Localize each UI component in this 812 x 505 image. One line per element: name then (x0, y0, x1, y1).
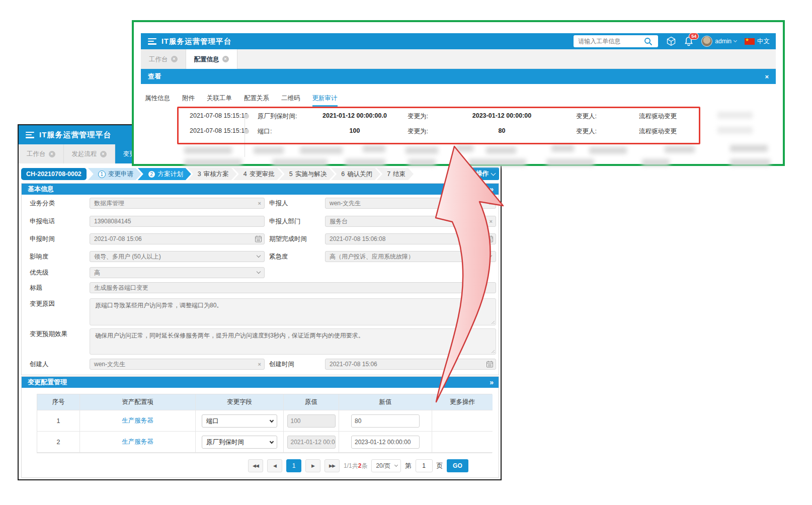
tab-start-process[interactable]: 发起流程 × (64, 144, 115, 163)
title-field[interactable]: 生成服务器端口变更 (90, 282, 496, 293)
field-label: 申报人 (269, 198, 288, 209)
clear-icon[interactable]: × (258, 359, 261, 369)
step-plan[interactable]: 2 方案计划 (138, 168, 191, 180)
search-input[interactable] (574, 36, 643, 47)
process-actions-button[interactable]: 流程操作 (458, 167, 499, 180)
report-phone-field[interactable]: 13908084145 (90, 216, 265, 227)
col-header: 序号 (37, 394, 80, 410)
field-label: 变更预期效果 (30, 328, 67, 340)
collapse-icon[interactable]: » (490, 184, 494, 195)
tab-attachments[interactable]: 附件 (182, 92, 195, 107)
field-value: wen-文先生 (94, 361, 125, 368)
redacted-text (730, 145, 768, 152)
work-order-search[interactable] (574, 35, 658, 47)
field-value: 13908084145 (94, 218, 131, 225)
audit-new-value: 2023-01-12 00:00:00 (448, 112, 556, 119)
tab-close-icon[interactable]: × (222, 56, 229, 62)
change-field-select[interactable]: 原厂到保时间 (202, 436, 277, 449)
search-icon[interactable] (644, 37, 653, 46)
impact-dropdown[interactable]: 领导、多用户 (50人以上) (90, 251, 265, 262)
page-size-select[interactable]: 20/页 (371, 459, 401, 472)
basic-info-section: 基本信息 » 业务分类 数据库管理 × 申报人 wen-文先生 × 申报电话 1… (21, 183, 499, 375)
change-config-header: 变更配置管理 » (22, 377, 499, 388)
creator-field[interactable]: wen-文先生 × (90, 359, 265, 370)
expected-effect-textarea[interactable]: 确保用户访问正常，同时延长保修服务两年，提升用户访问速度到3秒内，保证近两年内的… (90, 328, 496, 355)
tab-update-audit[interactable]: 更新审计 (312, 92, 338, 107)
screenshot-root: IT服务运营管理平台 工作台 × 发起流程 × 变更管理 CH-20210708… (0, 0, 812, 505)
first-page-button[interactable]: ◀◀ (248, 459, 263, 472)
business-category-field[interactable]: 数据库管理 × (90, 198, 265, 209)
step-review-plan[interactable]: 3 审核方案 (188, 168, 237, 180)
prev-page-button[interactable]: ◀ (267, 459, 282, 472)
current-page-button[interactable]: 1 (286, 459, 301, 472)
cube-icon[interactable] (666, 36, 676, 46)
priority-dropdown[interactable]: 高 (90, 267, 265, 278)
calendar-icon[interactable] (486, 361, 493, 370)
reporter-dept-field[interactable]: 服务台 × (325, 216, 496, 227)
calendar-icon[interactable] (255, 235, 262, 244)
notification-bell[interactable]: 54 (684, 36, 693, 46)
tab-workbench[interactable]: 工作台 × (141, 49, 186, 69)
user-menu[interactable]: admin (701, 36, 737, 47)
audit-field-label: 原厂到保时间: (258, 112, 297, 121)
asset-link[interactable]: 生产服务器 (122, 438, 153, 446)
close-icon[interactable]: × (765, 73, 769, 80)
change-reason-textarea[interactable]: 原端口导致某些用户访问异常，调整端口为80。 (90, 298, 496, 325)
create-time-field[interactable]: 2021-07-08 15:06 (325, 359, 496, 370)
urgency-dropdown[interactable]: 高（用户投诉、应用系统故障） (325, 251, 496, 262)
tab-label: 发起流程 (72, 144, 97, 163)
field-label: 优先级 (30, 267, 49, 278)
asset-link[interactable]: 生产服务器 (122, 416, 153, 425)
reporter-field[interactable]: wen-文先生 × (325, 198, 496, 209)
new-value-input[interactable]: 2023-01-12 00:00:00 (351, 436, 420, 449)
field-label: 创建时间 (269, 359, 294, 370)
language-switcher[interactable]: ★ 中文 (745, 37, 770, 46)
workflow-bar: CH-20210708-0002 1 变更申请 2 方案计划 3 审核方案 4 … (19, 167, 501, 181)
tab-qrcode[interactable]: 二维码 (281, 92, 300, 107)
tab-workbench[interactable]: 工作台 × (19, 144, 64, 163)
step-change-approval[interactable]: 4 变更审批 (233, 168, 283, 180)
notification-badge: 54 (689, 33, 699, 40)
tab-related-orders[interactable]: 关联工单 (207, 92, 232, 107)
audit-change-label: 变更为: (408, 127, 428, 136)
go-button[interactable]: GO (447, 459, 468, 472)
field-value: 2021-07-08 15:06:08 (330, 235, 385, 242)
menu-hamburger-icon[interactable] (26, 132, 34, 138)
step-change-request[interactable]: 1 变更申请 (88, 168, 141, 180)
tab-config-info[interactable]: 配置信息 × (186, 49, 237, 69)
tab-config-relations[interactable]: 配置关系 (244, 92, 269, 107)
new-value-input[interactable]: 80 (351, 414, 420, 428)
step-number: 6 (341, 168, 345, 180)
redacted-text (717, 127, 753, 134)
clear-icon[interactable]: × (490, 216, 493, 226)
step-confirm-close[interactable]: 6 确认关闭 (331, 168, 380, 180)
tab-close-icon[interactable]: × (100, 151, 107, 157)
last-page-button[interactable]: ▶▶ (324, 459, 340, 472)
tab-close-icon[interactable]: × (49, 151, 55, 157)
redacted-text (665, 146, 695, 153)
clear-icon[interactable]: × (258, 198, 261, 208)
field-value: 生成服务器端口变更 (94, 284, 148, 291)
tab-attribute-info[interactable]: 属性信息 (145, 92, 170, 107)
report-time-field[interactable]: 2021-07-08 15:06 (90, 233, 265, 244)
col-header: 资产配置项 (80, 394, 196, 410)
menu-hamburger-icon[interactable] (148, 38, 156, 45)
step-label: 结束 (393, 168, 405, 180)
redacted-text (300, 147, 343, 154)
collapse-icon[interactable]: » (490, 377, 494, 388)
clear-icon[interactable]: × (490, 198, 493, 208)
jump-page-input[interactable]: 1 (416, 459, 433, 472)
change-field-select[interactable]: 端口 (202, 414, 277, 428)
step-label: 实施与解决 (295, 168, 327, 180)
redacted-text (408, 159, 436, 166)
tab-close-icon[interactable]: × (171, 56, 178, 62)
language-label: 中文 (757, 37, 770, 46)
calendar-icon[interactable] (486, 235, 493, 244)
next-page-button[interactable]: ▶ (305, 459, 320, 472)
chevron-down-icon (734, 39, 737, 42)
step-end[interactable]: 7 结束 (377, 168, 414, 180)
field-label: 创建人 (30, 359, 49, 370)
step-implement[interactable]: 5 实施与解决 (279, 168, 335, 180)
row-index: 2 (37, 432, 80, 453)
expected-finish-time-field[interactable]: 2021-07-08 15:06:08 (325, 233, 496, 244)
